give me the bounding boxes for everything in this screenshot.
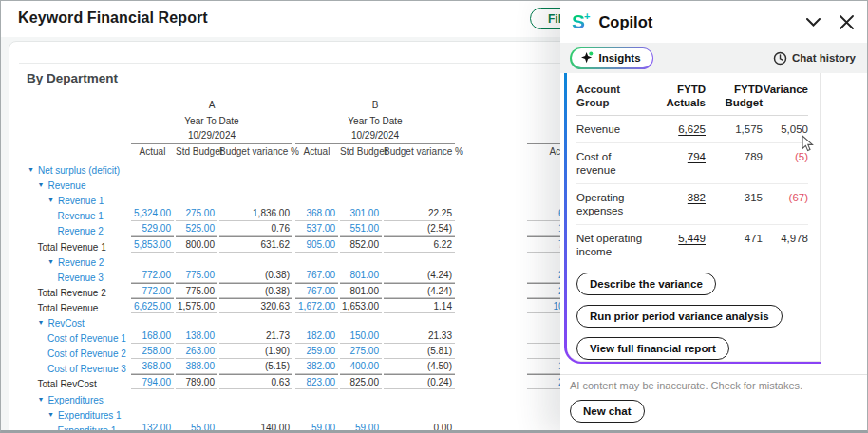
row-label-link[interactable]: Expenditures 1	[58, 410, 122, 421]
col-header-a-variance: Budget variance %	[219, 146, 292, 160]
row-label-link[interactable]: Cost of Revenue 2	[47, 348, 126, 359]
date-a: 10/29/2024	[131, 130, 292, 144]
cell-value[interactable]: 259.00	[295, 344, 338, 359]
cell-value: (4.24)	[384, 268, 455, 283]
row-label-link[interactable]: Revenue 1	[58, 196, 104, 206]
cell-empty	[176, 160, 217, 176]
cell-value[interactable]: 138.00	[176, 329, 217, 344]
cell-value[interactable]: 132.00	[131, 421, 174, 433]
header-variance: Variance	[763, 83, 808, 96]
cell-value[interactable]: 823.00	[295, 374, 338, 389]
cell-value[interactable]: 368.00	[295, 206, 338, 221]
cell-value[interactable]: 6,625.00	[131, 298, 174, 313]
cell-value[interactable]: 537.00	[295, 221, 338, 236]
row-label-link[interactable]: Net surplus (deficit)	[38, 165, 120, 176]
row-label-link[interactable]: Revenue 1	[58, 211, 104, 221]
cell-empty	[295, 176, 338, 191]
row-label-link[interactable]: Expenditures	[47, 395, 103, 405]
date-b: 10/29/2024	[295, 130, 455, 144]
cell-value[interactable]: 1,672.00	[295, 298, 338, 313]
insights-button[interactable]: Insights	[570, 47, 653, 69]
variance-cell: (5)	[763, 150, 808, 163]
row-label-cell: ▼Revenue	[9, 180, 131, 191]
collapse-triangle-icon[interactable]: ▼	[47, 197, 54, 203]
cell-value[interactable]: 525.00	[176, 221, 217, 236]
table-row: Revenue 2529.00525.000.76537.00551.00(2.…	[9, 221, 617, 236]
cell-value: 800.00	[176, 236, 217, 252]
cell-value[interactable]: 767.00	[295, 268, 338, 283]
table-row: ▼Expenditures	[9, 389, 617, 405]
cell-value[interactable]: 772.00	[131, 283, 174, 298]
financial-table: A B Year To Date Year To Date 10/29/2024…	[9, 94, 617, 433]
fytd-actuals-link[interactable]: 382	[688, 192, 706, 203]
row-label-link[interactable]: Revenue	[47, 180, 85, 191]
row-label-cell: ▼RevCost	[9, 318, 131, 329]
collapse-triangle-icon[interactable]: ▼	[47, 258, 54, 265]
row-label-cell: Cost of Revenue 1	[9, 333, 131, 344]
cell-value[interactable]: 258.00	[131, 344, 174, 359]
account-group-label: Revenue	[576, 122, 651, 136]
variance-cell: 4,978	[763, 232, 808, 245]
cell-value[interactable]: 59.00	[340, 421, 382, 433]
collapse-triangle-icon[interactable]: ▼	[38, 181, 45, 188]
account-group-label: Net operating income	[576, 232, 651, 258]
row-label-cell: Revenue 2	[9, 226, 131, 236]
column-group-a-letter: A	[131, 100, 292, 110]
cell-value[interactable]: 551.00	[340, 221, 382, 236]
chat-history-button[interactable]: Chat history	[773, 51, 856, 66]
collapse-triangle-icon[interactable]: ▼	[47, 411, 54, 418]
table-row: Total Revenue 15,853.00800.00631.62905.0…	[9, 236, 617, 252]
date-row: 10/29/2024 10/29/2024	[9, 126, 617, 144]
fytd-actuals-link[interactable]: 794	[688, 151, 706, 162]
collapse-triangle-icon[interactable]: ▼	[38, 396, 45, 403]
cell-value[interactable]: 168.00	[131, 329, 174, 344]
row-label-cell: ▼Expenditures	[9, 395, 131, 405]
row-label-link[interactable]: Cost of Revenue 3	[47, 364, 126, 374]
row-label-link[interactable]: Cost of Revenue 1	[47, 333, 126, 344]
cell-value[interactable]: 59.00	[295, 421, 338, 433]
cell-value[interactable]: 368.00	[131, 359, 174, 374]
row-label-link[interactable]: Expenditure 1	[58, 425, 117, 433]
cell-value[interactable]: 55.00	[176, 421, 217, 433]
cell-value[interactable]: 905.00	[295, 236, 338, 252]
cell-value[interactable]: 775.00	[176, 268, 217, 283]
fytd-actuals-link[interactable]: 6,625	[678, 123, 706, 135]
chevron-down-icon[interactable]	[806, 18, 821, 27]
cell-value[interactable]: 150.00	[340, 329, 382, 344]
row-label-cell: ▼Revenue 1	[9, 196, 131, 206]
cell-value[interactable]: 400.00	[340, 359, 382, 374]
insight-card: Account Group FYTD Actuals FYTD Budget V…	[564, 73, 821, 364]
row-label-link[interactable]: RevCost	[47, 318, 84, 329]
collapse-triangle-icon[interactable]: ▼	[38, 319, 45, 326]
cell-value[interactable]: 767.00	[295, 283, 338, 298]
cell-value: (2.54)	[384, 221, 455, 236]
collapse-triangle-icon[interactable]: ▼	[28, 166, 34, 173]
cell-value[interactable]: 529.00	[131, 221, 174, 236]
cell-value[interactable]: 388.00	[176, 359, 217, 374]
cell-value: 1,575.00	[176, 298, 217, 313]
new-chat-button[interactable]: New chat	[570, 400, 645, 423]
suggestion-button[interactable]: View full financial report	[576, 337, 729, 360]
cell-empty	[176, 253, 217, 268]
row-label-link[interactable]: Revenue 3	[58, 273, 104, 283]
cell-value[interactable]: 263.00	[176, 344, 217, 359]
cell-value[interactable]: 794.00	[131, 374, 174, 389]
cell-value[interactable]: 301.00	[340, 206, 382, 221]
suggestion-button[interactable]: Describe the variance	[576, 273, 716, 295]
cell-value[interactable]: 5,853.00	[131, 236, 174, 252]
cell-value[interactable]: 182.00	[295, 329, 338, 344]
row-label-link[interactable]: Revenue 2	[58, 226, 104, 236]
cell-value[interactable]: 275.00	[176, 206, 217, 221]
suggestion-button[interactable]: Run prior period variance analysis	[576, 305, 783, 328]
cell-value[interactable]: 275.00	[340, 344, 382, 359]
cell-empty	[340, 160, 382, 176]
cell-value[interactable]: 382.00	[295, 359, 338, 374]
cell-value[interactable]: 801.00	[340, 268, 382, 283]
copilot-table-row: Operating expenses382315(67)	[576, 183, 808, 224]
cell-value[interactable]: 5,324.00	[131, 206, 174, 221]
fytd-actuals-link[interactable]: 5,449	[678, 233, 706, 244]
close-icon[interactable]	[840, 15, 854, 29]
column-letters-row: A B	[9, 94, 617, 110]
cell-value[interactable]: 772.00	[131, 268, 174, 283]
row-label-link[interactable]: Revenue 2	[58, 257, 104, 268]
